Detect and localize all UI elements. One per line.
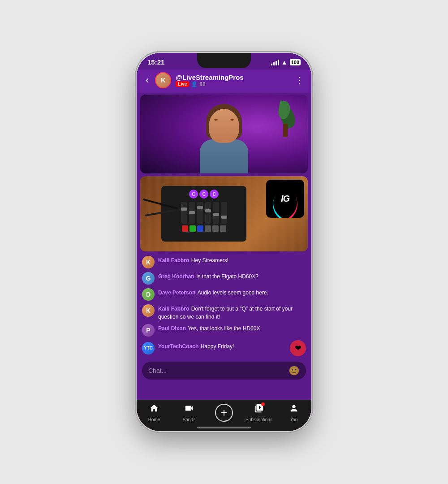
more-options-button[interactable]: ⋮ <box>295 75 304 86</box>
status-time: 15:21 <box>147 58 164 66</box>
chat-input[interactable]: Chat... <box>148 367 285 374</box>
shorts-icon <box>184 403 194 416</box>
chat-username: Paul Dixon <box>158 325 186 332</box>
subscriptions-icon <box>254 403 264 416</box>
plant-decor <box>276 97 301 137</box>
emoji-picker-button[interactable]: 🙂 <box>289 365 300 376</box>
phone-device: 15:21 ▲ 100 ‹ K @LiveStreamin <box>137 53 311 431</box>
chat-avatar-dave: D <box>142 288 155 301</box>
chat-username: Greg Koorhan <box>158 273 194 280</box>
streamer-avatar: K <box>155 72 171 88</box>
chat-content: Dave Peterson Audio levels seem good her… <box>158 288 306 296</box>
ig-logo-area: IG <box>266 180 304 218</box>
stream-header: ‹ K @LiveStreamingPros Live 👤 88 ⋮ <box>137 69 311 93</box>
heart-reaction-button[interactable]: ❤ <box>290 340 306 356</box>
chat-avatar-greg: G <box>142 272 155 285</box>
home-indicator <box>197 427 251 428</box>
notch <box>197 53 251 68</box>
mixer-device: C C C <box>161 186 246 242</box>
chat-message-text: Happy Friday! <box>201 343 234 350</box>
chat-content: Kalli Fabbro Hey Streamers! <box>158 256 306 264</box>
streamer-info: @LiveStreamingPros Live 👤 88 <box>176 73 291 87</box>
status-icons: ▲ 100 <box>271 59 301 66</box>
chat-message-text: Is that the Elgato HD60X? <box>196 273 258 280</box>
nav-home[interactable]: Home <box>141 403 168 422</box>
back-button[interactable]: ‹ <box>144 73 151 88</box>
nav-you[interactable]: You <box>280 403 307 422</box>
chat-avatar-kalli: K <box>142 256 155 268</box>
chat-message: K Kalli Fabbro Hey Streamers! <box>142 256 306 268</box>
streamer-video <box>140 95 308 173</box>
you-label: You <box>290 417 298 422</box>
chat-username: Kalli Fabbro <box>158 257 189 264</box>
home-label: Home <box>148 417 160 422</box>
subscriptions-label: Subscriptions <box>246 417 272 422</box>
chat-content: Greg Koorhan Is that the Elgato HD60X? <box>158 272 306 280</box>
last-chat-row: YTC YourTechCoach Happy Friday! ❤ <box>142 340 306 356</box>
chat-message: D Dave Peterson Audio levels seem good h… <box>142 288 306 301</box>
streamer-figure <box>200 106 248 173</box>
signal-icon <box>271 59 279 65</box>
nav-shorts[interactable]: Shorts <box>176 403 202 422</box>
chat-message: P Paul Dixon Yes, that looks like the HD… <box>142 324 306 337</box>
viewer-count: 88 <box>199 81 205 87</box>
home-icon <box>149 403 159 416</box>
chat-message-text: Yes, that looks like the HD60X <box>188 325 260 332</box>
chat-username: Kalli Fabbro <box>158 306 189 312</box>
phone-screen: 15:21 ▲ 100 ‹ K @LiveStreamin <box>137 53 311 431</box>
chat-input-area: Chat... 🙂 <box>142 362 306 380</box>
notification-dot <box>261 402 265 406</box>
equipment-video: C C C <box>140 176 308 251</box>
chat-message: K Kalli Fabbro Don't forget to put a "Q"… <box>142 304 306 320</box>
chat-message: G Greg Koorhan Is that the Elgato HD60X? <box>142 272 306 285</box>
streamer-username: @LiveStreamingPros <box>176 73 291 81</box>
chat-username: YourTechCoach <box>158 343 198 350</box>
chat-content: YourTechCoach Happy Friday! <box>158 342 290 350</box>
add-button[interactable] <box>215 404 233 422</box>
svg-point-0 <box>292 405 295 408</box>
chat-avatar-kalli2: K <box>142 304 155 317</box>
chat-message-text: Hey Streamers! <box>191 257 228 264</box>
battery-icon: 100 <box>290 59 301 65</box>
chat-message: YTC YourTechCoach Happy Friday! <box>142 342 290 354</box>
shorts-label: Shorts <box>183 417 196 422</box>
live-badge: Live <box>176 81 189 87</box>
wifi-icon: ▲ <box>281 59 288 66</box>
chat-area: K Kalli Fabbro Hey Streamers! G Greg Koo… <box>137 251 311 359</box>
video-container: C C C <box>137 95 311 251</box>
viewer-icon: 👤 <box>191 81 198 87</box>
you-icon <box>289 403 299 416</box>
chat-message-text: Audio levels seem good here. <box>198 290 268 296</box>
chat-content: Paul Dixon Yes, that looks like the HD60… <box>158 324 306 332</box>
nav-subscriptions[interactable]: Subscriptions <box>246 403 272 422</box>
nav-add[interactable] <box>211 404 237 422</box>
chat-avatar-paul: P <box>142 324 155 337</box>
chat-username: Dave Peterson <box>158 290 195 296</box>
chat-content: Kalli Fabbro Don't forget to put a "Q" a… <box>158 304 306 320</box>
stream-status: Live 👤 88 <box>176 81 291 87</box>
chat-avatar-tech: YTC <box>142 342 155 354</box>
